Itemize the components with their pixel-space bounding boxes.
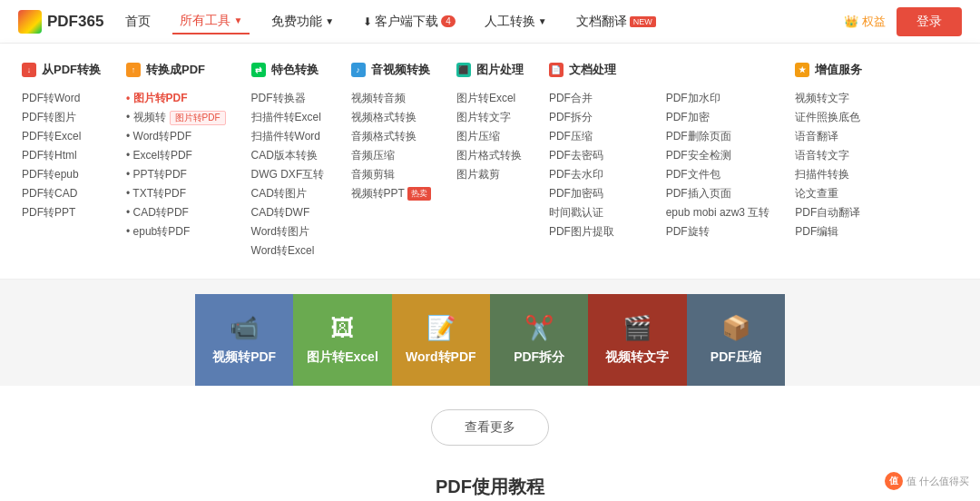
link-pdf-rotate[interactable]: PDF旋转 (666, 222, 770, 241)
link-cad-dwf[interactable]: CAD转DWF (251, 203, 326, 222)
image-icon: ⬛ (456, 63, 471, 77)
link-scan-convert[interactable]: 扫描件转换 (795, 165, 881, 184)
col-from-pdf: ↓ 从PDF转换 PDF转Word PDF转图片 PDF转Excel PDF转H… (22, 62, 126, 260)
link-id-photo[interactable]: 证件照换底色 (795, 108, 881, 127)
link-word-pdf[interactable]: • Word转PDF (126, 127, 226, 146)
link-audio-format[interactable]: 音频格式转换 (351, 127, 431, 146)
link-ppt-pdf[interactable]: • PPT转PDF (126, 165, 226, 184)
link-pdf-merge[interactable]: PDF合并 (549, 89, 653, 108)
feat-label-4: 视频转文字 (605, 349, 669, 366)
featured-item-0[interactable]: 📹 视频转PDF (195, 294, 293, 386)
link-pdf-epub[interactable]: PDF转epub (22, 165, 101, 184)
featured-grid: 📹 视频转PDF 🖼 图片转Excel 📝 Word转PDF ✂️ PDF拆分 … (195, 294, 785, 386)
link-img-excel[interactable]: 图片转Excel (456, 89, 524, 108)
link-paper-check[interactable]: 论文查重 (795, 184, 881, 203)
link-pdf-rm-watermark[interactable]: PDF去水印 (549, 165, 653, 184)
link-pdf-html[interactable]: PDF转Html (22, 146, 101, 165)
highlight-badge: 图片转PDF (170, 111, 226, 125)
link-epub-pdf[interactable]: • epub转PDF (126, 222, 226, 241)
link-img-pdf[interactable]: • 图片转PDF (126, 89, 226, 108)
link-scan-excel[interactable]: 扫描件转Excel (251, 108, 326, 127)
col-to-pdf: ↑ 转换成PDF • 图片转PDF • 视频转 图片转PDF • Word转PD… (126, 62, 251, 260)
link-audio-compress[interactable]: 音频压缩 (351, 146, 431, 165)
featured-item-4[interactable]: 🎬 视频转文字 (588, 294, 686, 386)
nav-doc-translate[interactable]: 文档翻译 NEW (569, 10, 663, 34)
rights-button[interactable]: 👑 权益 (844, 14, 886, 30)
login-button[interactable]: 登录 (897, 7, 962, 36)
link-img-text[interactable]: 图片转文字 (456, 108, 524, 127)
link-pdf-edit[interactable]: PDF编辑 (795, 222, 881, 241)
link-pdf-encrypt[interactable]: PDF加密 (666, 108, 770, 127)
featured-item-1[interactable]: 🖼 图片转Excel (293, 294, 391, 386)
nav-free-tools[interactable]: 免费功能 ▼ (264, 10, 341, 34)
col-av: ♪ 音视频转换 视频转音频 视频格式转换 音频格式转换 音频压缩 音频剪辑 视频… (351, 62, 456, 260)
link-dwg-dxf[interactable]: DWG DXF互转 (251, 165, 326, 184)
feat-label-3: PDF拆分 (514, 349, 564, 366)
link-pdf-converter[interactable]: PDF转换器 (251, 89, 326, 108)
nav-home[interactable]: 首页 (118, 10, 158, 34)
chevron-down-icon: ▼ (325, 16, 334, 26)
dropdown-panel: ↓ 从PDF转换 PDF转Word PDF转图片 PDF转Excel PDF转H… (0, 44, 980, 280)
link-pdf-del-page[interactable]: PDF删除页面 (666, 127, 770, 146)
link-voice-text[interactable]: 语音转文字 (795, 146, 881, 165)
link-word-excel[interactable]: Word转Excel (251, 241, 326, 260)
link-pdf-add-pwd[interactable]: PDF加密码 (549, 184, 653, 203)
link-pdf-cad[interactable]: PDF转CAD (22, 184, 101, 203)
link-excel-pdf[interactable]: • Excel转PDF (126, 146, 226, 165)
link-pdf-excel[interactable]: PDF转Excel (22, 127, 101, 146)
link-video-audio[interactable]: 视频转音频 (351, 89, 431, 108)
doc-icon: 📄 (549, 63, 564, 77)
link-pdf-extract[interactable]: PDF图片提取 (549, 222, 653, 241)
link-pdf-security[interactable]: PDF安全检测 (666, 146, 770, 165)
feat-label-1: 图片转Excel (307, 349, 378, 366)
link-cad-version[interactable]: CAD版本转换 (251, 146, 326, 165)
link-pdf-ppt[interactable]: PDF转PPT (22, 203, 101, 222)
featured-item-5[interactable]: 📦 PDF压缩 (687, 294, 785, 386)
more-section: 查看更多 (0, 386, 980, 460)
link-txt-pdf[interactable]: • TXT转PDF (126, 184, 226, 203)
col-header-to-pdf: ↑ 转换成PDF (126, 62, 226, 78)
special-icon: ⇄ (251, 63, 266, 77)
link-pdf-auto-translate[interactable]: PDF自动翻译 (795, 203, 881, 222)
crown-icon: 👑 (844, 15, 858, 28)
link-pdf-watermark-add[interactable]: PDF加水印 (666, 89, 770, 108)
link-img-format[interactable]: 图片格式转换 (456, 146, 524, 165)
link-word-img[interactable]: Word转图片 (251, 222, 326, 241)
link-voice-translate[interactable]: 语音翻译 (795, 127, 881, 146)
link-pdf-split[interactable]: PDF拆分 (549, 108, 653, 127)
more-button[interactable]: 查看更多 (431, 409, 549, 446)
link-scan-word[interactable]: 扫描件转Word (251, 127, 326, 146)
link-pdf-rm-pwd[interactable]: PDF去密码 (549, 146, 653, 165)
link-video-imgpdf[interactable]: • 视频转 图片转PDF (126, 108, 226, 127)
feat-icon-4: 🎬 (622, 314, 652, 342)
col-doc: 📄 文档处理 PDF合并 PDF加水印 PDF拆分 PDF加密 PDF压缩 PD… (549, 62, 795, 260)
feat-icon-1: 🖼 (330, 314, 354, 342)
watermark-icon: 值 (885, 472, 903, 490)
featured-item-3[interactable]: ✂️ PDF拆分 (490, 294, 588, 386)
watermark-text: 值 什么值得买 (906, 475, 969, 488)
link-pdf-image[interactable]: PDF转图片 (22, 108, 101, 127)
link-pdf-compress[interactable]: PDF压缩 (549, 127, 653, 146)
col-header-doc: 📄 文档处理 (549, 62, 769, 78)
link-video-text[interactable]: 视频转文字 (795, 89, 881, 108)
nav-all-tools[interactable]: 所有工具 ▼ (172, 9, 250, 34)
link-pdf-insert-page[interactable]: PDF插入页面 (666, 184, 770, 203)
link-epub-mobi[interactable]: epub mobi azw3 互转 (666, 203, 770, 222)
link-cad-img[interactable]: CAD转图片 (251, 184, 326, 203)
link-timestamp[interactable]: 时间戳认证 (549, 203, 653, 222)
link-pdf-word[interactable]: PDF转Word (22, 89, 101, 108)
link-video-format[interactable]: 视频格式转换 (351, 108, 431, 127)
link-video-ppt[interactable]: 视频转PPT 热卖 (351, 184, 431, 203)
doc-links: PDF合并 PDF加水印 PDF拆分 PDF加密 PDF压缩 PDF删除页面 P… (549, 89, 769, 241)
featured-item-2[interactable]: 📝 Word转PDF (392, 294, 490, 386)
link-cad-pdf[interactable]: • CAD转PDF (126, 203, 226, 222)
col-header-special: ⇄ 特色转换 (251, 62, 326, 78)
nav-manual-convert[interactable]: 人工转换 ▼ (477, 10, 554, 34)
logo[interactable]: PDF365 (18, 10, 103, 34)
nav-download[interactable]: ⬇ 客户端下载 4 (356, 10, 463, 34)
link-img-crop[interactable]: 图片裁剪 (456, 165, 524, 184)
link-img-compress[interactable]: 图片压缩 (456, 127, 524, 146)
link-audio-edit[interactable]: 音频剪辑 (351, 165, 431, 184)
link-pdf-pkg[interactable]: PDF文件包 (666, 165, 770, 184)
chevron-down-icon: ▼ (233, 15, 242, 25)
